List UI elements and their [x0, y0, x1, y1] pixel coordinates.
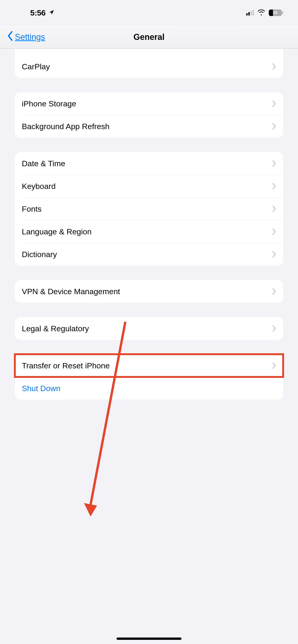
chevron-right-icon	[272, 160, 276, 167]
chevron-right-icon	[272, 228, 276, 235]
settings-group: iPhone Storage Background App Refresh	[15, 92, 283, 138]
row-label: Dictionary	[22, 250, 272, 259]
row-transfer-or-reset-iphone[interactable]: Transfer or Reset iPhone	[15, 354, 283, 377]
row-label: Fonts	[22, 204, 272, 214]
row-label: CarPlay	[22, 62, 272, 71]
settings-group: CarPlay	[15, 49, 283, 78]
chevron-right-icon	[272, 183, 276, 190]
row-fonts[interactable]: Fonts	[15, 198, 283, 220]
row-background-app-refresh[interactable]: Background App Refresh	[15, 115, 283, 138]
row-label: Language & Region	[22, 227, 272, 236]
wifi-icon	[257, 9, 265, 16]
settings-content[interactable]: CarPlay iPhone Storage Background App Re…	[0, 49, 298, 414]
battery-icon: 33	[269, 10, 282, 16]
chevron-right-icon	[272, 123, 276, 130]
status-time: 5:56	[30, 8, 46, 18]
row-iphone-storage[interactable]: iPhone Storage	[15, 92, 283, 115]
chevron-right-icon	[272, 63, 276, 70]
home-indicator	[117, 638, 181, 640]
row-label: Background App Refresh	[22, 122, 272, 131]
settings-group: Date & Time Keyboard Fonts Language & Re…	[15, 152, 283, 266]
row-label: Shut Down	[22, 384, 276, 393]
row-vpn-device-management[interactable]: VPN & Device Management	[15, 280, 283, 303]
row-language-region[interactable]: Language & Region	[15, 220, 283, 243]
chevron-right-icon	[272, 362, 276, 369]
nav-bar: Settings General	[0, 26, 298, 49]
row-dictionary[interactable]: Dictionary	[15, 243, 283, 266]
row-keyboard[interactable]: Keyboard	[15, 175, 283, 198]
status-bar: 5:56 33	[0, 0, 298, 26]
chevron-right-icon	[272, 206, 276, 212]
back-label: Settings	[15, 32, 45, 42]
battery-percent: 33	[269, 10, 282, 15]
cellular-signal-icon	[246, 10, 254, 16]
row-shut-down[interactable]: Shut Down	[15, 377, 283, 400]
chevron-right-icon	[272, 251, 276, 258]
row-legal-regulatory[interactable]: Legal & Regulatory	[15, 317, 283, 340]
back-button[interactable]: Settings	[0, 31, 45, 43]
chevron-right-icon	[272, 288, 276, 295]
row-date-time[interactable]: Date & Time	[15, 152, 283, 175]
row-label: Keyboard	[22, 182, 272, 191]
status-left: 5:56	[30, 8, 54, 18]
chevron-right-icon	[272, 100, 276, 107]
settings-group: Legal & Regulatory	[15, 317, 283, 340]
row-carplay[interactable]: CarPlay	[15, 55, 283, 78]
chevron-right-icon	[272, 325, 276, 332]
chevron-left-icon	[7, 31, 14, 43]
row-label: iPhone Storage	[22, 99, 272, 108]
location-icon	[49, 10, 54, 16]
status-right: 33	[246, 9, 282, 16]
row-label: Date & Time	[22, 159, 272, 168]
settings-group: Transfer or Reset iPhone Shut Down	[15, 354, 283, 400]
row-label: Transfer or Reset iPhone	[22, 361, 272, 370]
settings-group: VPN & Device Management	[15, 280, 283, 303]
row-label: VPN & Device Management	[22, 287, 272, 296]
svg-marker-1	[84, 503, 97, 516]
row-label: Legal & Regulatory	[22, 324, 272, 333]
